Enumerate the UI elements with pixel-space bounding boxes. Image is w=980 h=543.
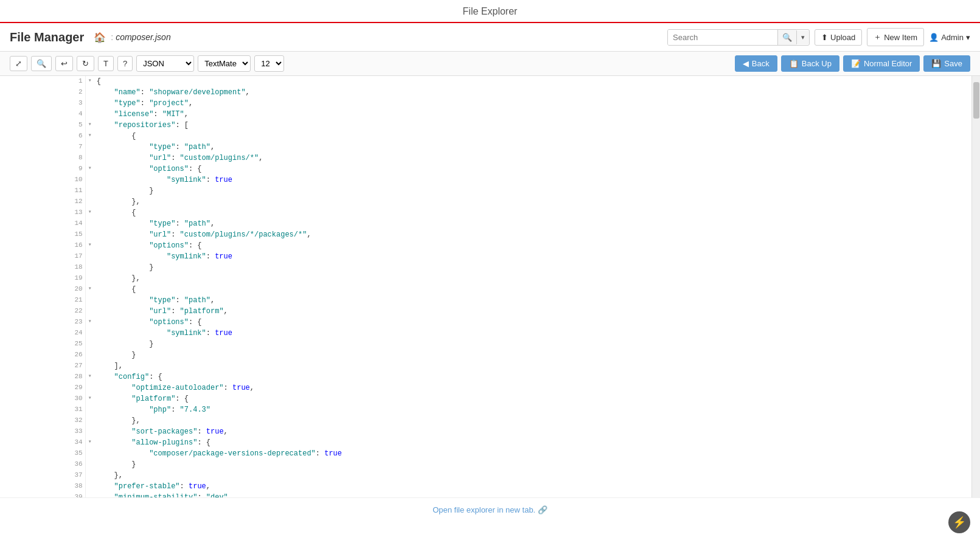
fold-icon: [85, 142, 94, 153]
fold-icon: [85, 350, 94, 361]
code-content: {: [94, 284, 971, 295]
code-content: }: [94, 185, 971, 196]
table-row: 33 "sort-packages": true,: [0, 426, 971, 437]
open-new-tab-link[interactable]: Open file explorer in new tab. 🔗: [433, 505, 547, 514]
line-number: 20: [0, 284, 85, 295]
fold-icon: [85, 459, 94, 470]
line-number: 8: [0, 153, 85, 164]
table-row: 16▾ "options": {: [0, 240, 971, 251]
line-number: 22: [0, 306, 85, 317]
fold-icon[interactable]: ▾: [85, 164, 94, 175]
table-row: 35 "composer/package-versions-deprecated…: [0, 448, 971, 459]
code-editor[interactable]: 1▾{2 "name": "shopware/development",3 "t…: [0, 76, 971, 497]
code-content: "options": {: [94, 317, 971, 328]
backup-button[interactable]: 📋 Back Up: [781, 55, 839, 72]
fold-icon[interactable]: ▾: [85, 207, 94, 218]
redo-button[interactable]: ↻: [77, 56, 94, 71]
table-row: 24 "symlink": true: [0, 328, 971, 339]
table-row: 21 "type": "path",: [0, 295, 971, 306]
language-select[interactable]: JSON HTML PHP CSS JavaScript: [136, 55, 194, 72]
fold-icon: [85, 492, 94, 497]
fold-icon: [85, 185, 94, 196]
line-number: 13: [0, 207, 85, 218]
undo-button[interactable]: ↩: [55, 56, 73, 71]
fold-icon[interactable]: ▾: [85, 120, 94, 131]
line-number: 6: [0, 131, 85, 142]
code-content: "repositories": [: [94, 120, 971, 131]
line-number: 39: [0, 492, 85, 497]
code-content: "url": "custom/plugins/*",: [94, 153, 971, 164]
code-content: "name": "shopware/development",: [94, 87, 971, 98]
admin-dropdown-icon: ▾: [966, 33, 970, 42]
line-number: 1: [0, 76, 85, 87]
table-row: 27 ],: [0, 361, 971, 372]
table-row: 31 "php": "7.4.3": [0, 404, 971, 415]
find-icon: 🔍: [36, 59, 46, 68]
upload-button[interactable]: ⬆ Upload: [815, 29, 862, 46]
breadcrumb-separator: :: [111, 32, 113, 42]
code-content: "sort-packages": true,: [94, 426, 971, 437]
line-number: 33: [0, 426, 85, 437]
fold-icon[interactable]: ▾: [85, 437, 94, 448]
line-number: 35: [0, 448, 85, 459]
fold-icon[interactable]: ▾: [85, 317, 94, 328]
footer: Open file explorer in new tab. 🔗: [0, 497, 980, 522]
admin-label: Admin: [941, 33, 964, 42]
line-number: 18: [0, 262, 85, 273]
code-content: {: [94, 131, 971, 142]
fold-icon[interactable]: ▾: [85, 131, 94, 142]
search-dropdown-button[interactable]: ▾: [796, 30, 809, 44]
line-number: 29: [0, 382, 85, 393]
redo-icon: ↻: [82, 59, 89, 68]
scrollbar[interactable]: [971, 76, 980, 497]
table-row: 2 "name": "shopware/development",: [0, 87, 971, 98]
table-row: 6▾ {: [0, 131, 971, 142]
code-content: "minimum-stability": "dev",: [94, 492, 971, 497]
line-number: 11: [0, 185, 85, 196]
line-number: 12: [0, 196, 85, 207]
fold-icon: [85, 448, 94, 459]
find-button[interactable]: 🔍: [31, 56, 52, 71]
back-button[interactable]: ◀ Back: [735, 55, 777, 72]
normal-editor-button[interactable]: 📝 Normal Editor: [843, 55, 920, 72]
theme-select[interactable]: TextMate Monokai Twilight: [198, 55, 251, 72]
save-button[interactable]: 💾 Save: [923, 55, 970, 72]
fold-icon: [85, 481, 94, 492]
code-content: "options": {: [94, 164, 971, 175]
text-button[interactable]: T: [98, 56, 114, 71]
fold-icon: [85, 153, 94, 164]
plus-icon: ＋: [874, 32, 881, 43]
code-table: 1▾{2 "name": "shopware/development",3 "t…: [0, 76, 971, 497]
line-number: 25: [0, 339, 85, 350]
code-content: "type": "path",: [94, 142, 971, 153]
toolbar: ⤢ 🔍 ↩ ↻ T ? JSON HTML PHP CSS JavaScript…: [0, 52, 980, 76]
admin-button[interactable]: 👤 Admin ▾: [929, 33, 970, 42]
search-button[interactable]: 🔍: [777, 30, 796, 45]
help-button[interactable]: ?: [117, 56, 133, 71]
line-number: 37: [0, 470, 85, 481]
code-content: "type": "path",: [94, 218, 971, 229]
fold-icon[interactable]: ▾: [85, 284, 94, 295]
fold-icon[interactable]: ▾: [85, 240, 94, 251]
code-content: "php": "7.4.3": [94, 404, 971, 415]
expand-button[interactable]: ⤢: [10, 56, 27, 71]
scrollbar-thumb[interactable]: [973, 82, 979, 119]
font-size-select[interactable]: 10 11 12 14 16: [254, 55, 284, 72]
fold-icon[interactable]: ▾: [85, 393, 94, 404]
code-content: "platform": {: [94, 393, 971, 404]
save-label: Save: [944, 59, 962, 68]
line-number: 38: [0, 481, 85, 492]
code-content: "allow-plugins": {: [94, 437, 971, 448]
new-item-button[interactable]: ＋ New Item: [867, 28, 924, 46]
fold-icon[interactable]: ▾: [85, 76, 94, 87]
table-row: 13▾ {: [0, 207, 971, 218]
search-input[interactable]: [668, 30, 777, 45]
code-content: }: [94, 350, 971, 361]
fold-icon[interactable]: ▾: [85, 372, 94, 382]
fold-icon: [85, 98, 94, 109]
table-row: 22 "url": "platform",: [0, 306, 971, 317]
line-number: 15: [0, 229, 85, 240]
code-content: },: [94, 196, 971, 207]
home-icon[interactable]: 🏠: [94, 32, 106, 43]
table-row: 1▾{: [0, 76, 971, 87]
